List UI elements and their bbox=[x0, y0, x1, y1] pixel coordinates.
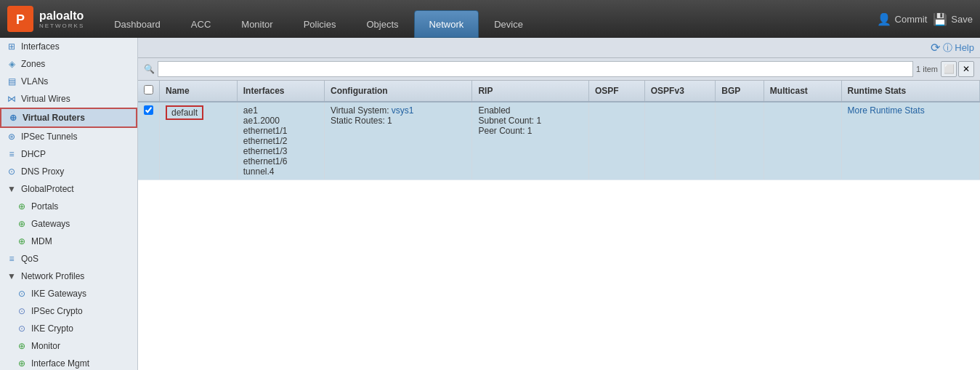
nav-tabs: DashboardACCMonitorPoliciesObjectsNetwor… bbox=[99, 0, 876, 38]
sidebar-item-zones[interactable]: ◈Zones bbox=[0, 55, 137, 73]
search-controls: ⬜ ✕ bbox=[941, 61, 974, 77]
sidebar-label-zones: Zones bbox=[21, 59, 45, 69]
header-ospfv3: OSPFv3 bbox=[644, 81, 716, 102]
vsys-link[interactable]: vsys1 bbox=[392, 105, 414, 116]
table-body: defaultae1ae1.2000ethernet1/1ethernet1/2… bbox=[138, 102, 980, 180]
nav-tab-acc[interactable]: ACC bbox=[176, 10, 226, 38]
sidebar-label-dhcp: DHCP bbox=[21, 149, 46, 159]
select-all-checkbox[interactable] bbox=[144, 85, 153, 94]
row-checkbox-0[interactable] bbox=[144, 105, 153, 115]
zones-icon: ◈ bbox=[6, 58, 17, 70]
sidebar-label-interfaces: Interfaces bbox=[21, 41, 60, 52]
sidebar-label-virtual-wires: Virtual Wires bbox=[21, 94, 70, 104]
sidebar-label-network-profiles: Network Profiles bbox=[21, 271, 84, 281]
search-icon: 🔍 bbox=[144, 64, 155, 74]
dhcp-icon: ≡ bbox=[6, 148, 17, 160]
header-ospf: OSPF bbox=[588, 81, 644, 102]
clear-search-button[interactable]: ⬜ bbox=[941, 61, 957, 77]
sidebar-item-globalprotect[interactable]: ▼GlobalProtect bbox=[0, 180, 137, 198]
header-bgp: BGP bbox=[716, 81, 764, 102]
nav-tab-objects[interactable]: Objects bbox=[351, 10, 413, 38]
sidebar: ⊞Interfaces◈Zones▤VLANs⋈Virtual Wires⊕Vi… bbox=[0, 38, 138, 370]
sidebar-item-ike-gateways[interactable]: ⊙IKE Gateways bbox=[0, 285, 137, 302]
row-rip: EnabledSubnet Count: 1Peer Count: 1 bbox=[472, 102, 588, 180]
sidebar-label-ike-crypto: IKE Crypto bbox=[31, 323, 73, 334]
main-layout: ⊞Interfaces◈Zones▤VLANs⋈Virtual Wires⊕Vi… bbox=[0, 38, 980, 370]
header-checkbox-col bbox=[138, 81, 160, 102]
globalprotect-icon: ▼ bbox=[6, 183, 17, 195]
content-area: ⟳ ⓘ Help 🔍 1 item ⬜ ✕ Name bbox=[138, 38, 980, 370]
help-icon[interactable]: ⓘ Help bbox=[943, 41, 974, 55]
item-count: 1 item bbox=[916, 65, 938, 73]
dns-icon: ⊙ bbox=[6, 166, 17, 177]
header-runtime-stats: Runtime Stats bbox=[841, 81, 979, 102]
nav-tab-dashboard[interactable]: Dashboard bbox=[99, 10, 176, 38]
search-bar: 🔍 1 item ⬜ ✕ bbox=[138, 58, 980, 81]
sidebar-label-interface-mgmt: Interface Mgmt bbox=[31, 358, 89, 369]
mdm-icon: ⊕ bbox=[16, 236, 28, 247]
row-configuration: Virtual System: vsys1Static Routes: 1 bbox=[325, 102, 472, 180]
sidebar-label-gateways: Gateways bbox=[31, 219, 70, 229]
save-label: Save bbox=[951, 14, 973, 25]
sidebar-item-portals[interactable]: ⊕Portals bbox=[0, 198, 137, 215]
sidebar-item-interface-mgmt[interactable]: ⊕Interface Mgmt bbox=[0, 355, 137, 370]
sidebar-item-virtual-routers[interactable]: ⊕Virtual Routers bbox=[0, 108, 137, 128]
ike-crypto-icon: ⊙ bbox=[16, 323, 28, 334]
save-button[interactable]: 💾 Save bbox=[933, 12, 973, 26]
logo-area: P paloalto NETWORKS bbox=[7, 6, 84, 32]
monitor-icon: ⊕ bbox=[16, 340, 28, 352]
portals-icon: ⊕ bbox=[16, 201, 28, 212]
vlans-icon: ▤ bbox=[6, 76, 17, 87]
sidebar-item-dns-proxy[interactable]: ⊙DNS Proxy bbox=[0, 163, 137, 180]
nav-tab-monitor[interactable]: Monitor bbox=[226, 10, 288, 38]
svg-text:P: P bbox=[16, 12, 25, 27]
content-toolbar: ⟳ ⓘ Help bbox=[138, 38, 980, 58]
sidebar-item-vlans[interactable]: ▤VLANs bbox=[0, 73, 137, 90]
sidebar-item-monitor[interactable]: ⊕Monitor bbox=[0, 337, 137, 355]
nav-tab-device[interactable]: Device bbox=[479, 10, 538, 38]
sidebar-label-virtual-routers: Virtual Routers bbox=[23, 113, 85, 123]
table-row[interactable]: defaultae1ae1.2000ethernet1/1ethernet1/2… bbox=[138, 102, 980, 180]
sidebar-item-ipsec-crypto[interactable]: ⊙IPSec Crypto bbox=[0, 302, 137, 320]
row-ospfv3 bbox=[644, 102, 716, 180]
row-interfaces: ae1ae1.2000ethernet1/1ethernet1/2etherne… bbox=[237, 102, 324, 180]
sidebar-label-mdm: MDM bbox=[31, 236, 52, 246]
close-search-button[interactable]: ✕ bbox=[958, 61, 974, 77]
top-actions: 👤 Commit 💾 Save bbox=[877, 12, 973, 26]
sidebar-item-qos[interactable]: ≡QoS bbox=[0, 250, 137, 268]
refresh-icon[interactable]: ⟳ bbox=[931, 41, 940, 55]
search-input[interactable] bbox=[158, 61, 913, 77]
sidebar-item-virtual-wires[interactable]: ⋈Virtual Wires bbox=[0, 90, 137, 108]
sidebar-label-globalprotect: GlobalProtect bbox=[21, 184, 74, 194]
logo-icon: P bbox=[7, 6, 33, 32]
sidebar-label-dns-proxy: DNS Proxy bbox=[21, 166, 64, 177]
ike-gateways-icon: ⊙ bbox=[16, 288, 28, 299]
header-name: Name bbox=[160, 81, 238, 102]
nav-tab-network[interactable]: Network bbox=[414, 10, 479, 38]
row-bgp bbox=[716, 102, 764, 180]
top-bar: P paloalto NETWORKS DashboardACCMonitorP… bbox=[0, 0, 980, 38]
sidebar-label-portals: Portals bbox=[31, 201, 58, 212]
header-rip: RIP bbox=[472, 81, 588, 102]
save-icon: 💾 bbox=[933, 12, 947, 26]
sidebar-label-ipsec-tunnels: IPSec Tunnels bbox=[21, 132, 77, 142]
qos-icon: ≡ bbox=[6, 253, 17, 265]
sidebar-item-gateways[interactable]: ⊕Gateways bbox=[0, 215, 137, 233]
sidebar-item-network-profiles[interactable]: ▼Network Profiles bbox=[0, 268, 137, 285]
ipsec-icon: ⊛ bbox=[6, 131, 17, 142]
sidebar-item-interfaces[interactable]: ⊞Interfaces bbox=[0, 38, 137, 55]
sidebar-item-ipsec-tunnels[interactable]: ⊛IPSec Tunnels bbox=[0, 128, 137, 145]
commit-button[interactable]: 👤 Commit bbox=[877, 12, 928, 26]
runtime-stats-link[interactable]: More Runtime Stats bbox=[848, 105, 925, 116]
sidebar-item-mdm[interactable]: ⊕MDM bbox=[0, 233, 137, 250]
ipsec-crypto-icon: ⊙ bbox=[16, 305, 28, 317]
row-name[interactable]: default bbox=[166, 105, 203, 120]
sidebar-item-ike-crypto[interactable]: ⊙IKE Crypto bbox=[0, 320, 137, 337]
header-configuration: Configuration bbox=[325, 81, 472, 102]
row-runtime-stats: More Runtime Stats bbox=[841, 102, 979, 180]
sidebar-item-dhcp[interactable]: ≡DHCP bbox=[0, 145, 137, 163]
sidebar-label-qos: QoS bbox=[21, 254, 39, 264]
sidebar-label-vlans: VLANs bbox=[21, 76, 48, 87]
nav-tab-policies[interactable]: Policies bbox=[288, 10, 352, 38]
table-header: Name Interfaces Configuration RIP OSPF O… bbox=[138, 81, 980, 102]
